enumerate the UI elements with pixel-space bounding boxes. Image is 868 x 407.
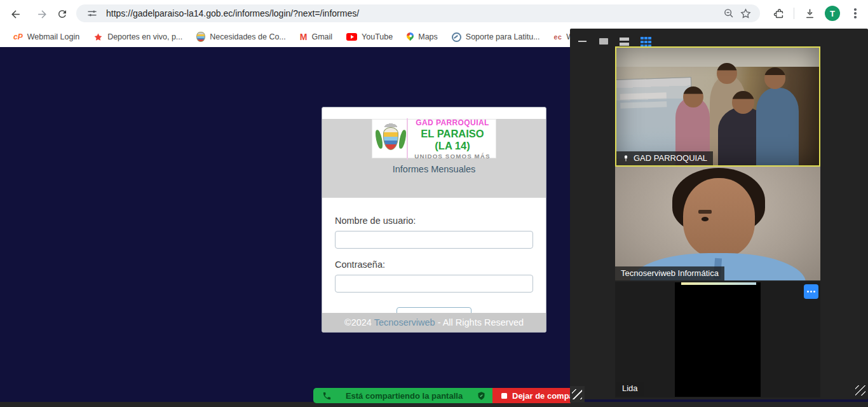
toolbar-divider (794, 8, 794, 19)
zoom-indicator-icon[interactable] (721, 5, 737, 22)
vignette-overlay (616, 48, 819, 165)
copyright-footer: ©2024 Tecnoserviweb - All Rights Reserve… (322, 313, 546, 332)
share-status-text: Está compartiendo la pantalla (332, 391, 477, 401)
bookmark-star-icon[interactable] (737, 5, 754, 22)
stop-share-label: Dejar de comparti (512, 391, 571, 401)
username-label: Nombre de usuario: (335, 216, 533, 226)
back-button[interactable] (6, 4, 25, 24)
crest-wings (381, 121, 401, 127)
participant-name-badge: GAD PARROQUIAL (616, 151, 713, 165)
back-arrow-icon (10, 8, 22, 20)
stop-share-button[interactable]: Dejar de comparti (492, 388, 571, 403)
password-label: Contraseña: (335, 259, 533, 270)
cpanel-icon: cP (13, 32, 23, 41)
bookmark-webmail-login[interactable]: cP Webmail Login (6, 29, 86, 45)
pin-icon (622, 155, 630, 162)
bookmark-gmail[interactable]: M Gmail (293, 29, 339, 45)
participant-name: GAD PARROQUIAL (634, 153, 707, 163)
screen: https://gadelparaiso-la14.gob.ec/informe… (0, 0, 868, 407)
video-tile-lida[interactable]: Lida (615, 282, 820, 397)
three-dots-glyph (854, 8, 857, 11)
single-view-button[interactable] (595, 34, 612, 49)
video-light-strip (681, 282, 756, 285)
bookmark-youtube[interactable]: YouTube (339, 29, 400, 45)
dell-icon (452, 32, 461, 42)
copyright-suffix: - All Rights Reserved (435, 317, 524, 328)
single-view-icon (599, 38, 608, 45)
participant-name: Lida (622, 383, 638, 393)
star-outline-icon (740, 8, 752, 20)
participant-name-badge: Lida (616, 382, 644, 396)
site-info-icon[interactable] (84, 5, 100, 22)
gmail-icon: M (300, 32, 308, 42)
password-field[interactable] (335, 275, 533, 293)
participant-name-badge: Tecnoserviweb Informática (615, 266, 724, 280)
crest-leaf-left (374, 129, 384, 149)
gad-logo: GAD PARROQUIAL EL PARAISO (LA 14) UNIDOS… (372, 119, 496, 158)
panel-resize-grip[interactable] (855, 385, 865, 396)
bookmark-maps[interactable]: Maps (400, 29, 445, 45)
forward-arrow-icon (36, 8, 48, 20)
copyright-prefix: ©2024 (344, 317, 374, 328)
downloads-icon[interactable] (801, 4, 818, 22)
share-status-bar: Está compartiendo la pantalla (313, 388, 492, 403)
phone-icon (322, 391, 332, 401)
share-toolbar-grip[interactable] (570, 386, 585, 403)
crest-shield (383, 127, 398, 150)
speaker-view-icon (620, 38, 629, 41)
logo-line1: GAD PARROQUIAL (412, 118, 493, 127)
stop-square-icon (501, 393, 507, 399)
bookmark-soporte-dell[interactable]: Soporte para Latitu... (445, 29, 547, 45)
magnifier-minus-icon (723, 8, 735, 19)
whois-ec-icon: ec (554, 33, 562, 41)
page-title: Informes Mensuales (322, 164, 546, 174)
google-maps-pin-icon (405, 31, 416, 41)
login-card: GAD PARROQUIAL EL PARAISO (LA 14) UNIDOS… (322, 107, 546, 333)
puzzle-icon (773, 8, 785, 20)
logo-text-block: GAD PARROQUIAL EL PARAISO (LA 14) UNIDOS… (407, 118, 493, 160)
video-tile-tecnoserviweb[interactable]: Tecnoserviweb Informática (615, 167, 820, 280)
tune-icon (87, 8, 97, 18)
profile-avatar[interactable]: T (825, 6, 840, 21)
minimize-view-button[interactable] (574, 34, 591, 49)
menu-icon[interactable] (846, 4, 864, 22)
video-tile-gad-parroquial[interactable]: GAD PARROQUIAL (615, 46, 820, 167)
reload-icon (57, 8, 68, 20)
login-form: Nombre de usuario: Contraseña: Iniciar s… (322, 198, 546, 326)
username-field[interactable] (335, 231, 533, 249)
bookmark-deportes[interactable]: Deportes en vivo, p... (86, 29, 189, 45)
address-bar[interactable]: https://gadelparaiso-la14.gob.ec/informe… (76, 4, 760, 22)
ecuador-crest-icon (196, 32, 205, 42)
forward-button[interactable] (32, 4, 51, 24)
extensions-icon[interactable] (770, 4, 787, 22)
minimize-icon (578, 41, 587, 43)
toolbar-right-cluster: T (770, 4, 864, 22)
participant-more-options-button[interactable] (804, 284, 818, 299)
reload-button[interactable] (53, 4, 72, 24)
youtube-icon (346, 33, 357, 41)
url-text: https://gadelparaiso-la14.gob.ec/informe… (106, 8, 721, 18)
ellipsis-icon (810, 291, 812, 293)
login-card-header: GAD PARROQUIAL EL PARAISO (LA 14) UNIDOS… (322, 119, 546, 198)
gallery-view-icon (641, 37, 644, 40)
bookmark-necesidades[interactable]: Necesidades de Co... (189, 29, 293, 45)
browser-toolbar: https://gadelparaiso-la14.gob.ec/informe… (0, 0, 868, 27)
download-arrow-icon (804, 8, 816, 20)
crest-leaf-right (398, 129, 407, 149)
logo-line2: EL PARAISO (LA 14) (412, 128, 493, 152)
person-face (683, 178, 755, 258)
shield-check-icon (477, 391, 486, 401)
red-star-icon (93, 32, 103, 42)
dark-video-area (675, 282, 761, 397)
coat-of-arms-icon (375, 121, 407, 156)
tecnoserviweb-link[interactable]: Tecnoserviweb (374, 317, 435, 328)
logo-line3: UNIDOS SOMOS MÁS (412, 153, 493, 160)
participant-name: Tecnoserviweb Informática (621, 268, 719, 278)
meeting-panel: GAD PARROQUIAL Tecnoserviweb Informática… (570, 29, 868, 399)
